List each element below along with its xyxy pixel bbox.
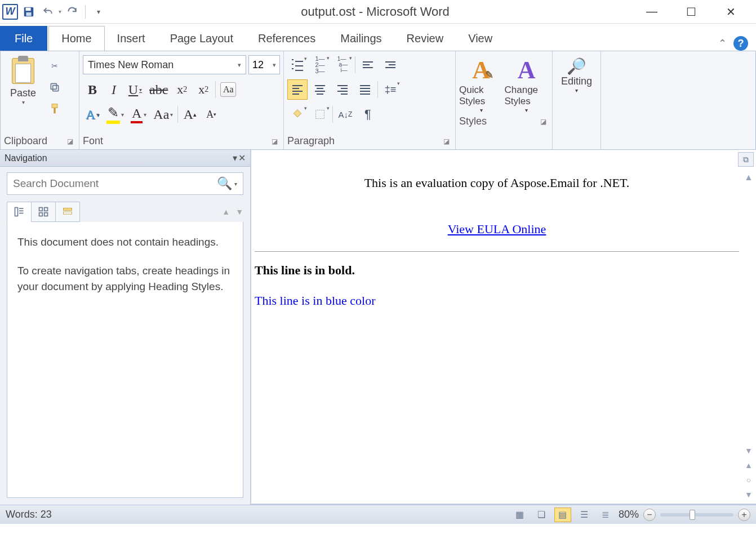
svg-rect-7 — [316, 110, 324, 119]
subscript-button[interactable]: x2 — [172, 79, 192, 100]
text-effects-button[interactable]: A▾ — [83, 104, 102, 124]
multilevel-list-button[interactable]: 1— a— i—▾ — [332, 55, 353, 75]
nav-next-icon[interactable]: ▼ — [235, 207, 243, 216]
tab-review[interactable]: Review — [394, 26, 456, 51]
bullets-button[interactable]: ▾ — [287, 55, 308, 75]
document-viewport[interactable]: ⧉ ▲ ▼ ▲ ○ ▼ This is an evaluation copy o… — [251, 150, 756, 505]
quick-styles-button[interactable]: A✎ Quick Styles▾ — [459, 56, 504, 113]
minimize-button[interactable]: — — [643, 3, 660, 20]
group-editing: 🔎 Editing ▾ — [553, 51, 601, 149]
bold-line: This line is in bold. — [255, 263, 739, 278]
font-color-button[interactable]: A▾ — [128, 104, 149, 124]
minimize-ribbon-icon[interactable]: ⌃ — [718, 37, 727, 50]
italic-button[interactable]: I — [104, 79, 123, 100]
highlight-button[interactable]: ✎▾ — [104, 104, 126, 124]
tab-page-layout[interactable]: Page Layout — [158, 26, 246, 51]
format-painter-icon[interactable] — [46, 100, 64, 118]
customize-qat-icon[interactable]: ▾ — [90, 3, 107, 20]
scroll-down-icon[interactable]: ▼ — [745, 446, 753, 455]
tab-insert[interactable]: Insert — [105, 26, 158, 51]
view-print-layout-icon[interactable]: ▦ — [512, 508, 528, 522]
prev-page-icon[interactable]: ▲ — [745, 461, 753, 470]
svg-rect-13 — [45, 208, 48, 211]
clipboard-dialog-launcher[interactable]: ◪ — [67, 137, 75, 145]
show-hide-button[interactable]: ¶ — [358, 104, 378, 124]
view-full-screen-icon[interactable]: ❏ — [533, 508, 550, 522]
view-web-layout-icon[interactable]: ▤ — [554, 508, 571, 522]
bold-button[interactable]: B — [83, 79, 102, 100]
paste-button[interactable]: Paste ▾ — [4, 54, 42, 133]
ruler-toggle-icon[interactable]: ⧉ — [738, 152, 754, 167]
sort-button[interactable]: A↓Z — [335, 104, 355, 124]
numbering-button[interactable]: 1—2—3—▾ — [310, 55, 330, 75]
tab-references[interactable]: References — [246, 26, 328, 51]
tab-mailings[interactable]: Mailings — [328, 26, 394, 51]
decrease-indent-button[interactable] — [358, 55, 378, 75]
nav-prev-icon[interactable]: ▲ — [222, 207, 230, 216]
eula-link[interactable]: View EULA Online — [448, 222, 546, 236]
clear-formatting-button[interactable]: Aa — [218, 79, 238, 100]
cut-icon[interactable]: ✂ — [46, 57, 64, 75]
search-input[interactable] — [13, 177, 217, 190]
status-bar: Words: 23 ▦ ❏ ▤ ☰ ≣ 80% − + — [0, 505, 756, 524]
nav-tab-headings[interactable] — [7, 202, 32, 222]
nav-tab-results[interactable] — [55, 202, 80, 222]
nav-close-icon[interactable]: ✕ — [238, 153, 246, 163]
change-styles-button[interactable]: A Change Styles▾ — [505, 56, 549, 113]
search-icon[interactable]: 🔍 — [217, 176, 232, 191]
svg-rect-8 — [15, 208, 18, 216]
help-icon[interactable]: ? — [733, 36, 748, 51]
maximize-button[interactable]: ☐ — [683, 3, 700, 20]
navigation-pane: Navigation ▾ ✕ 🔍 ▾ ▲ ▼ — [0, 150, 251, 505]
view-outline-icon[interactable]: ☰ — [576, 508, 593, 522]
zoom-slider[interactable] — [660, 513, 733, 517]
styles-dialog-launcher[interactable]: ◪ — [540, 118, 549, 126]
change-case-button[interactable]: Aa▾ — [151, 104, 175, 124]
ribbon: Paste ▾ ✂ Clipboard◪ Times New Roman▾ 12… — [0, 51, 756, 150]
align-center-button[interactable] — [310, 79, 330, 100]
close-button[interactable]: ✕ — [722, 3, 739, 20]
align-left-button[interactable] — [287, 79, 308, 100]
font-name-combo[interactable]: Times New Roman▾ — [83, 55, 246, 74]
search-box[interactable]: 🔍 ▾ — [7, 172, 243, 195]
word-count[interactable]: Words: 23 — [6, 509, 52, 520]
nav-tab-pages[interactable] — [31, 202, 56, 222]
view-draft-icon[interactable]: ≣ — [597, 508, 614, 522]
nav-msg-2: To create navigation tabs, create headin… — [17, 263, 233, 295]
underline-button[interactable]: U▾ — [126, 79, 145, 100]
navigation-body: This document does not contain headings.… — [7, 222, 243, 498]
borders-button[interactable]: ▾ — [310, 104, 330, 124]
nav-menu-icon[interactable]: ▾ — [233, 153, 237, 163]
align-right-button[interactable] — [332, 79, 353, 100]
save-icon[interactable] — [20, 3, 37, 20]
svg-rect-5 — [52, 104, 57, 108]
tab-home[interactable]: Home — [48, 26, 104, 51]
font-size-combo[interactable]: 12▾ — [248, 55, 280, 74]
zoom-in-button[interactable]: + — [738, 509, 750, 521]
grow-font-button[interactable]: A▴ — [180, 104, 199, 124]
justify-button[interactable] — [355, 79, 375, 100]
increase-indent-button[interactable] — [380, 55, 401, 75]
strikethrough-button[interactable]: abc — [147, 79, 170, 100]
group-label-clipboard: Clipboard — [4, 135, 47, 147]
editing-button[interactable]: 🔎 Editing ▾ — [561, 54, 592, 133]
zoom-label[interactable]: 80% — [619, 509, 639, 520]
undo-icon[interactable] — [39, 3, 56, 20]
redo-icon[interactable] — [64, 3, 81, 20]
copy-icon[interactable] — [46, 78, 64, 96]
tab-view[interactable]: View — [456, 26, 505, 51]
font-dialog-launcher[interactable]: ◪ — [272, 137, 280, 145]
shrink-font-button[interactable]: A▾ — [202, 104, 221, 124]
next-page-icon[interactable]: ▼ — [745, 490, 753, 499]
scroll-up-icon[interactable]: ▲ — [744, 172, 753, 183]
file-tab[interactable]: File — [0, 26, 47, 51]
line-spacing-button[interactable]: ‡≡▾ — [380, 79, 401, 100]
svg-rect-12 — [39, 208, 43, 211]
word-app-icon[interactable]: W — [2, 4, 18, 20]
browse-object-icon[interactable]: ○ — [746, 475, 751, 484]
superscript-button[interactable]: x2 — [194, 79, 213, 100]
paragraph-dialog-launcher[interactable]: ◪ — [443, 137, 452, 145]
shading-button[interactable]: ▾ — [287, 104, 308, 124]
zoom-out-button[interactable]: − — [643, 509, 656, 521]
ribbon-tabs: File Home Insert Page Layout References … — [0, 24, 756, 51]
